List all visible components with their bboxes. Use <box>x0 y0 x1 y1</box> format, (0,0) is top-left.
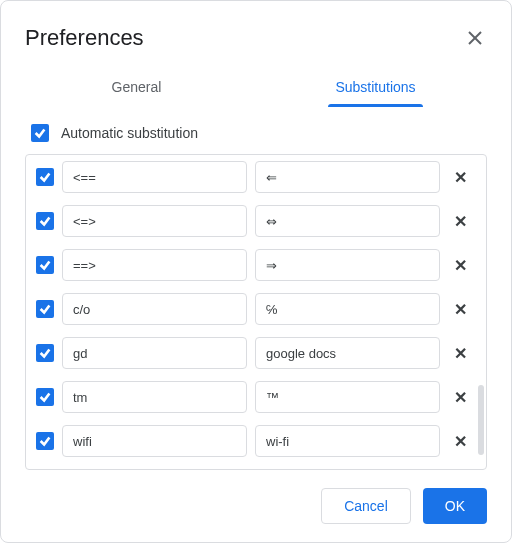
row-checkbox[interactable] <box>36 168 54 186</box>
substitution-row: ✕ <box>26 331 482 375</box>
with-input[interactable] <box>255 381 440 413</box>
substitution-row: ✕ <box>26 243 482 287</box>
with-input[interactable] <box>255 205 440 237</box>
row-checkbox[interactable] <box>36 212 54 230</box>
with-input[interactable] <box>255 161 440 193</box>
substitution-row: ✕ <box>26 287 482 331</box>
with-input[interactable] <box>255 425 440 457</box>
tab-substitutions[interactable]: Substitutions <box>256 67 495 107</box>
row-checkbox[interactable] <box>36 388 54 406</box>
delete-row-button[interactable]: ✕ <box>448 429 472 453</box>
delete-row-button[interactable]: ✕ <box>448 297 472 321</box>
delete-icon: ✕ <box>454 168 467 187</box>
auto-substitution-row: Automatic substitution <box>25 116 487 154</box>
check-icon <box>38 258 52 272</box>
replace-input[interactable] <box>62 425 247 457</box>
row-checkbox[interactable] <box>36 432 54 450</box>
substitution-row: ✕ <box>26 155 482 199</box>
dialog-header: Preferences <box>1 1 511 63</box>
delete-row-button[interactable]: ✕ <box>448 165 472 189</box>
check-icon <box>38 302 52 316</box>
substitution-row: ✕ <box>26 199 482 243</box>
row-checkbox[interactable] <box>36 256 54 274</box>
delete-icon: ✕ <box>454 388 467 407</box>
with-input[interactable] <box>255 337 440 369</box>
delete-icon: ✕ <box>454 212 467 231</box>
dialog-title: Preferences <box>25 25 144 51</box>
cancel-button[interactable]: Cancel <box>321 488 411 524</box>
delete-row-button[interactable]: ✕ <box>448 209 472 233</box>
tabs: General Substitutions <box>1 67 511 108</box>
replace-input[interactable] <box>62 293 247 325</box>
substitution-rows: ✕✕✕✕✕✕✕ <box>26 155 486 469</box>
replace-input[interactable] <box>62 381 247 413</box>
with-input[interactable] <box>255 249 440 281</box>
substitution-row: ✕ <box>26 375 482 419</box>
dialog-content: Automatic substitution ✕✕✕✕✕✕✕ <box>1 108 511 470</box>
check-icon <box>38 346 52 360</box>
replace-input[interactable] <box>62 337 247 369</box>
replace-input[interactable] <box>62 249 247 281</box>
close-button[interactable] <box>463 26 487 50</box>
with-input[interactable] <box>255 293 440 325</box>
replace-input[interactable] <box>62 205 247 237</box>
check-icon <box>38 390 52 404</box>
delete-row-button[interactable]: ✕ <box>448 341 472 365</box>
delete-row-button[interactable]: ✕ <box>448 385 472 409</box>
close-icon <box>468 31 482 45</box>
check-icon <box>38 214 52 228</box>
delete-icon: ✕ <box>454 256 467 275</box>
auto-substitution-label: Automatic substitution <box>61 125 198 141</box>
substitution-row: ✕ <box>26 419 482 463</box>
substitution-table: ✕✕✕✕✕✕✕ <box>25 154 487 470</box>
check-icon <box>33 126 47 140</box>
replace-input[interactable] <box>62 161 247 193</box>
check-icon <box>38 434 52 448</box>
preferences-dialog: Preferences General Substitutions Automa… <box>0 0 512 543</box>
delete-row-button[interactable]: ✕ <box>448 253 472 277</box>
row-checkbox[interactable] <box>36 300 54 318</box>
check-icon <box>38 170 52 184</box>
ok-button[interactable]: OK <box>423 488 487 524</box>
row-checkbox[interactable] <box>36 344 54 362</box>
tab-general[interactable]: General <box>17 67 256 107</box>
dialog-footer: Cancel OK <box>1 470 511 542</box>
delete-icon: ✕ <box>454 344 467 363</box>
delete-icon: ✕ <box>454 300 467 319</box>
auto-substitution-checkbox[interactable] <box>31 124 49 142</box>
scrollbar[interactable] <box>478 385 484 455</box>
delete-icon: ✕ <box>454 432 467 451</box>
